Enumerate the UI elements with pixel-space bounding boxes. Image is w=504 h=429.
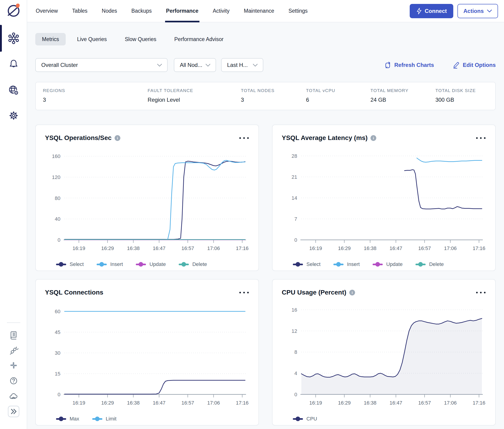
header-actions: Connect Actions [410,4,498,18]
legend-item-insert[interactable]: Insert [333,261,360,267]
docs-book-icon [9,330,18,340]
filter-row: Overall Cluster All Nod... Last H... Ref… [35,58,496,72]
edit-options-link[interactable]: Edit Options [452,61,496,69]
legend-item-cpu[interactable]: CPU [293,416,317,422]
sidebar-item-slack[interactable] [0,361,27,370]
chart-menu-icon[interactable] [239,290,249,295]
sidebar-item-cluster[interactable] [0,32,27,45]
page-root: OverviewTablesNodesBackupsPerformanceAct… [0,0,504,429]
actions-button[interactable]: Actions [457,4,498,18]
sidebar-item-docs[interactable] [0,330,27,340]
svg-text:17:16: 17:16 [236,400,248,406]
svg-text:16:47: 16:47 [153,400,166,406]
tab-maintenance[interactable]: Maintenance [244,0,274,22]
legend-item-limit[interactable]: Limit [92,416,116,422]
legend-label: Delete [429,261,444,267]
tab-nodes[interactable]: Nodes [102,0,117,22]
sidebar-item-alerts[interactable] [0,58,27,69]
svg-text:16:38: 16:38 [364,400,377,406]
nodes-select[interactable]: All Nod... [174,58,216,72]
sidebar-expand-button[interactable] [0,405,27,418]
svg-text:16:19: 16:19 [73,245,85,251]
tab-activity[interactable]: Activity [213,0,230,22]
svg-text:160: 160 [52,153,60,159]
svg-text:0: 0 [294,237,297,243]
cluster-hub-icon [7,32,20,45]
stat-label: FAULT TOLERANCE [148,88,241,93]
chart-plot-ysql-operations-sec: 0408012016016:1916:2916:3816:4716:5717:0… [45,143,250,260]
svg-text:16:47: 16:47 [153,245,166,251]
svg-text:28: 28 [292,153,297,159]
info-icon[interactable]: i [349,290,355,295]
chart-header: YSQL Connections [45,289,249,296]
sidebar-item-settings[interactable] [0,110,27,121]
subtab-metrics[interactable]: Metrics [35,33,66,45]
tab-tables[interactable]: Tables [72,0,87,22]
legend-marker-icon [136,264,146,265]
time-range-select[interactable]: Last H... [221,58,263,72]
legend-item-delete[interactable]: Delete [179,261,207,267]
app-logo[interactable] [0,2,27,18]
stat-fault-tolerance: FAULT TOLERANCERegion Level [148,88,241,110]
legend-item-delete[interactable]: Delete [416,261,444,267]
sidebar-item-help[interactable] [0,376,27,386]
legend-label: Insert [110,261,123,267]
svg-text:8: 8 [294,349,297,355]
sidebar-item-integrations[interactable] [0,346,27,355]
sidebar-item-cloud-status[interactable] [0,391,27,401]
connect-button[interactable]: Connect [410,4,453,18]
svg-text:14: 14 [292,195,297,201]
svg-text:21: 21 [292,174,297,180]
chart-card-ysql-operations-sec: YSQL Operations/Seci0408012016016:1916:2… [35,125,259,271]
legend-label: Limit [106,416,116,422]
actions-button-label: Actions [463,8,484,14]
chart-menu-icon[interactable] [476,136,486,140]
legend-item-update[interactable]: Update [372,261,403,267]
legend-item-max[interactable]: Max [56,416,79,422]
tab-performance[interactable]: Performance [166,0,198,22]
plug-icon [9,346,18,355]
chart-header: YSQL Operations/Seci [45,134,249,142]
svg-text:120: 120 [52,174,60,180]
chart-legend: SelectInsertUpdateDelete [56,261,249,267]
legend-item-insert[interactable]: Insert [97,261,123,267]
yugabyte-logo-icon [6,2,22,18]
performance-subtabs: MetricsLive QueriesSlow QueriesPerforman… [35,33,230,45]
svg-text:16:29: 16:29 [101,400,114,406]
time-range-select-value: Last H... [227,62,248,68]
legend-item-update[interactable]: Update [136,261,166,267]
tab-overview[interactable]: Overview [36,0,58,22]
legend-label: Select [70,261,84,267]
refresh-charts-link[interactable]: Refresh Charts [384,61,434,69]
tab-settings[interactable]: Settings [288,0,308,22]
legend-item-select[interactable]: Select [293,261,320,267]
cluster-select[interactable]: Overall Cluster [35,58,168,72]
subtab-performance-advisor[interactable]: Performance Advisor [168,33,230,45]
cluster-stats-card: REGIONS3FAULT TOLERANCERegion LevelTOTAL… [35,82,496,110]
stat-value: 3 [43,97,148,103]
sidebar-item-network[interactable] [0,84,27,96]
legend-marker-icon [293,264,303,265]
svg-text:16:57: 16:57 [181,245,194,251]
info-icon[interactable]: i [371,135,376,141]
chart-menu-icon[interactable] [476,290,486,295]
chevron-down-icon [205,64,211,67]
svg-text:16:19: 16:19 [309,245,322,251]
legend-label: Max [70,416,79,422]
chart-card-cpu-usage-percent: CPU Usage (Percent)i048121616:1916:2916:… [272,279,496,426]
cluster-select-value: Overall Cluster [41,62,78,68]
subtab-live-queries[interactable]: Live Queries [70,33,114,45]
legend-marker-icon [92,418,102,420]
legend-item-select[interactable]: Select [56,261,84,267]
chart-menu-icon[interactable] [239,136,249,140]
tab-backups[interactable]: Backups [132,0,152,22]
refresh-icon [384,61,391,69]
sidebar-divider [7,322,20,323]
subtab-slow-queries[interactable]: Slow Queries [118,33,163,45]
chevron-down-icon [253,64,258,67]
info-icon[interactable]: i [115,135,120,141]
legend-label: CPU [306,416,317,422]
svg-text:17:06: 17:06 [444,245,457,251]
chart-title: YSQL Average Latency (ms) [282,134,368,142]
nodes-select-value: All Nod... [180,62,202,68]
